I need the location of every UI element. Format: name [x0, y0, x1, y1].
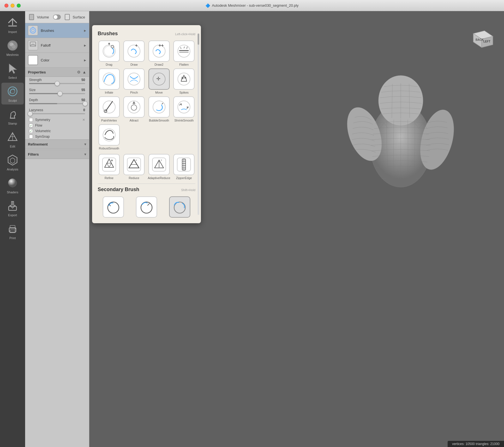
brush-cell-reduce[interactable]: - Reduce	[123, 154, 146, 180]
svg-point-50	[153, 101, 165, 113]
sidebar-item-stamp[interactable]: Stamp	[1, 106, 24, 127]
brush-cell-sec3[interactable]	[164, 196, 195, 218]
scroll-thumb[interactable]	[198, 34, 199, 45]
minimize-button[interactable]	[11, 4, 15, 8]
secondary-brush-title: Secondary Brush	[98, 187, 139, 192]
brush-cell-draw[interactable]: + Draw	[123, 41, 146, 66]
brush-cell-paintvertex[interactable]: PaintVertex	[98, 96, 121, 122]
size-slider-fill	[29, 93, 60, 94]
brush-grid-primary: Drag + Draw	[98, 41, 195, 150]
scroll-indicator[interactable]	[198, 34, 199, 215]
svg-text:+: +	[135, 43, 138, 48]
shrinksmooth-brush-label: ShrinkSmooth	[174, 119, 194, 122]
sidebar-item-meshmix[interactable]: Meshmix	[1, 37, 24, 59]
secondary-brush-hint: Shift+Hold	[181, 188, 195, 192]
svg-marker-57	[105, 163, 109, 167]
window-controls[interactable]	[4, 4, 21, 8]
sidebar-item-shaders[interactable]: Shaders	[1, 174, 24, 196]
symsnap-row[interactable]: SymSnap	[25, 134, 89, 139]
settings-icon[interactable]: ⚙	[77, 70, 81, 74]
brush-cell-attract[interactable]: Attract	[123, 96, 146, 122]
symmetry-row[interactable]: Symmetry ✕	[25, 117, 89, 123]
sculpt-icon	[6, 85, 19, 98]
maximize-button[interactable]	[17, 4, 21, 8]
volumetric-label: Volumetric	[35, 129, 51, 133]
brush-cell-robustsmooth[interactable]: RobustSmooth	[98, 124, 121, 150]
brush-cell-pinch[interactable]: Pinch	[123, 68, 146, 94]
secondary-brush-grid	[98, 196, 195, 218]
flow-row[interactable]: ✓ Flow	[25, 123, 89, 128]
brush-cell-sec1[interactable]	[98, 196, 129, 218]
strength-slider-track[interactable]	[29, 83, 85, 84]
symmetry-settings-icon[interactable]: ✕	[82, 118, 85, 122]
brush-cell-zipperedge[interactable]: ZipperEdge	[173, 154, 196, 180]
brush-cell-refine[interactable]: + Refine	[98, 154, 121, 180]
depth-property: Depth 50	[25, 97, 89, 107]
brush-cell-inflate[interactable]: Inflate	[98, 68, 121, 94]
vol-surf-toggle[interactable]	[53, 15, 61, 20]
status-bar: vertices: 10500 triangles: 21000	[448, 441, 504, 447]
brush-cell-move[interactable]: ✛ Move	[148, 68, 171, 94]
symmetry-checkbox[interactable]	[29, 118, 33, 122]
brushes-popup-title: Brushes	[98, 31, 118, 37]
falloff-arrow-icon: ▶	[84, 44, 86, 47]
brush-cell-spikes[interactable]: Spikes	[173, 68, 196, 94]
filters-section[interactable]: Filters ▾	[25, 149, 89, 159]
size-slider-track[interactable]	[29, 93, 85, 94]
refinement-title: Refinement	[28, 142, 48, 146]
svg-text:LEFT: LEFT	[483, 40, 490, 43]
properties-header[interactable]: Properties ⚙ ▲	[25, 68, 89, 77]
svg-point-38	[178, 45, 190, 57]
color-row[interactable]: Color ▶	[25, 53, 89, 68]
svg-line-1	[9, 19, 13, 23]
sec2-brush-icon	[136, 196, 157, 218]
paintvertex-brush-label: PaintVertex	[101, 119, 117, 122]
lazyness-slider-track[interactable]	[29, 113, 85, 114]
symsnap-checkbox[interactable]	[29, 135, 33, 139]
brushes-row-label: Brushes	[41, 28, 81, 33]
brushes-row[interactable]: Brushes ▶	[25, 23, 89, 38]
draw-brush-label: Draw	[130, 63, 138, 66]
sidebar-item-print[interactable]: Print	[1, 220, 24, 242]
volumetric-checkbox[interactable]: ✓	[29, 129, 33, 133]
sidebar-item-analysis[interactable]: Analysis	[1, 151, 24, 173]
app-icon: 🔷	[205, 3, 210, 8]
surface-label: Surface	[73, 15, 85, 19]
sidebar-item-edit[interactable]: Edit	[1, 129, 24, 150]
adaptivereduce-brush-label: AdaptiveReduce	[148, 176, 170, 180]
zipperedge-brush-label: ZipperEdge	[176, 176, 192, 180]
select-label: Select	[8, 76, 17, 79]
move-brush-label: Move	[155, 91, 163, 94]
sidebar-item-select[interactable]: Select	[1, 60, 24, 82]
brush-cell-bubblesmooth[interactable]: BubbleSmooth	[148, 96, 171, 122]
brushes-hint: Left-click+Hold	[175, 32, 195, 36]
svg-point-9	[8, 87, 17, 96]
sidebar-item-export[interactable]: Export	[1, 197, 24, 219]
sidebar-item-import[interactable]: Import	[1, 14, 24, 36]
brush-cell-draw2[interactable]: ++ Draw2	[148, 41, 171, 66]
lazyness-property: Lazyness 0	[25, 107, 89, 117]
collapse-icon[interactable]: ▲	[82, 70, 86, 74]
brush-cell-sec2[interactable]	[131, 196, 162, 218]
bubblesmooth-brush-label: BubbleSmooth	[149, 119, 169, 122]
close-button[interactable]	[4, 4, 8, 8]
brush-cell-flatten[interactable]: Flatten	[173, 41, 196, 66]
refinement-section[interactable]: Refinement ▾	[25, 139, 89, 149]
size-slider-thumb	[57, 91, 63, 96]
svg-point-43	[178, 73, 190, 85]
falloff-row[interactable]: Falloff ▶	[25, 38, 89, 53]
properties-title: Properties	[28, 70, 46, 74]
brush-cell-adaptivereduce[interactable]: - AdaptiveReduce	[148, 154, 171, 180]
brush-cell-drag[interactable]: Drag	[98, 41, 121, 66]
depth-slider-track[interactable]	[29, 103, 85, 104]
volumetric-row[interactable]: ✓ Volumetric	[25, 128, 89, 134]
flow-checkbox[interactable]: ✓	[29, 123, 33, 127]
viewport[interactable]: Brushes Left-click+Hold	[89, 11, 504, 447]
sidebar-item-sculpt[interactable]: Sculpt	[1, 83, 24, 104]
vol-surf-toggle-bar[interactable]: Volume Surface	[25, 11, 89, 23]
brush-cell-shrinksmooth[interactable]: ShrinkSmooth	[173, 96, 196, 122]
edit-icon	[6, 131, 19, 144]
size-value: 55	[81, 88, 85, 92]
svg-point-25	[30, 28, 36, 33]
adaptivereduce-brush-icon: -	[148, 154, 170, 175]
